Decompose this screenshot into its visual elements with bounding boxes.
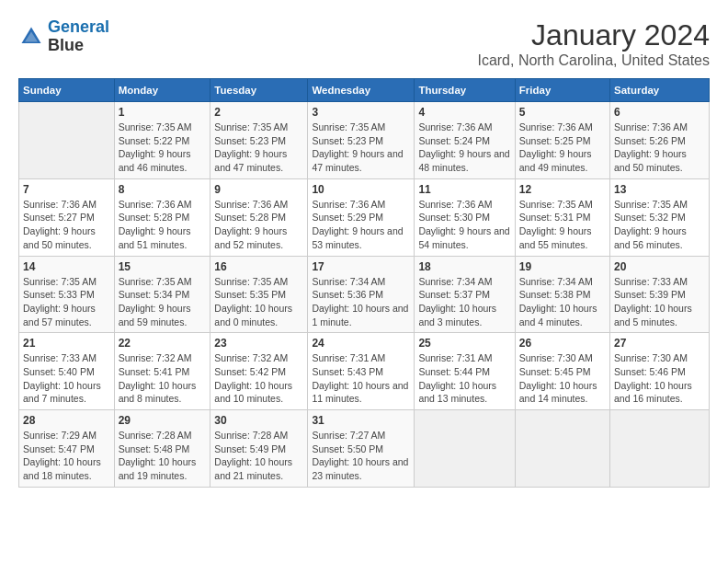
calendar-cell: 14Sunrise: 7:35 AMSunset: 5:33 PMDayligh… bbox=[19, 256, 115, 333]
calendar-week-row: 28Sunrise: 7:29 AMSunset: 5:47 PMDayligh… bbox=[19, 410, 710, 488]
sunrise-text: Sunrise: 7:34 AM bbox=[418, 275, 510, 289]
day-number: 11 bbox=[418, 183, 510, 196]
sunrise-text: Sunrise: 7:35 AM bbox=[119, 121, 207, 134]
day-number: 10 bbox=[312, 183, 410, 196]
calendar-week-row: 21Sunrise: 7:33 AMSunset: 5:40 PMDayligh… bbox=[19, 333, 710, 410]
header-row: SundayMondayTuesdayWednesdayThursdayFrid… bbox=[19, 79, 710, 102]
weekday-header: Saturday bbox=[610, 79, 710, 102]
daylight-text: Daylight: 9 hours and 50 minutes. bbox=[614, 147, 705, 174]
day-info: Sunrise: 7:36 AMSunset: 5:28 PMDaylight:… bbox=[214, 198, 303, 252]
sunrise-text: Sunrise: 7:34 AM bbox=[519, 275, 606, 289]
daylight-text: Daylight: 9 hours and 49 minutes. bbox=[519, 147, 606, 174]
daylight-text: Daylight: 9 hours and 56 minutes. bbox=[614, 224, 705, 251]
day-info: Sunrise: 7:33 AMSunset: 5:39 PMDaylight:… bbox=[614, 275, 705, 329]
sunset-text: Sunset: 5:38 PM bbox=[519, 288, 606, 302]
logo: General Blue bbox=[18, 18, 109, 55]
daylight-text: Daylight: 10 hours and 7 minutes. bbox=[23, 379, 110, 406]
sunset-text: Sunset: 5:44 PM bbox=[418, 365, 510, 379]
daylight-text: Daylight: 10 hours and 16 minutes. bbox=[614, 379, 705, 406]
day-info: Sunrise: 7:35 AMSunset: 5:23 PMDaylight:… bbox=[312, 121, 410, 175]
calendar-cell: 8Sunrise: 7:36 AMSunset: 5:28 PMDaylight… bbox=[114, 178, 210, 256]
day-info: Sunrise: 7:34 AMSunset: 5:36 PMDaylight:… bbox=[312, 275, 410, 329]
sunset-text: Sunset: 5:22 PM bbox=[119, 134, 207, 148]
page-header: General Blue January 2024 Icard, North C… bbox=[18, 18, 710, 69]
day-number: 3 bbox=[312, 106, 410, 119]
daylight-text: Daylight: 10 hours and 10 minutes. bbox=[214, 379, 303, 406]
sunrise-text: Sunrise: 7:28 AM bbox=[214, 429, 303, 442]
subtitle: Icard, North Carolina, United States bbox=[477, 52, 710, 69]
sunset-text: Sunset: 5:43 PM bbox=[312, 365, 410, 379]
sunset-text: Sunset: 5:48 PM bbox=[119, 442, 207, 456]
daylight-text: Daylight: 10 hours and 19 minutes. bbox=[119, 455, 207, 482]
daylight-text: Daylight: 9 hours and 53 minutes. bbox=[312, 224, 410, 251]
calendar-cell: 5Sunrise: 7:36 AMSunset: 5:25 PMDaylight… bbox=[515, 102, 609, 179]
sunrise-text: Sunrise: 7:30 AM bbox=[519, 351, 606, 365]
calendar-cell: 30Sunrise: 7:28 AMSunset: 5:49 PMDayligh… bbox=[210, 410, 308, 488]
day-info: Sunrise: 7:28 AMSunset: 5:48 PMDaylight:… bbox=[119, 429, 207, 483]
day-number: 12 bbox=[519, 183, 606, 196]
day-number: 2 bbox=[214, 106, 303, 119]
calendar-cell: 20Sunrise: 7:33 AMSunset: 5:39 PMDayligh… bbox=[610, 256, 710, 333]
sunrise-text: Sunrise: 7:30 AM bbox=[614, 351, 705, 365]
day-info: Sunrise: 7:30 AMSunset: 5:45 PMDaylight:… bbox=[519, 351, 606, 406]
sunset-text: Sunset: 5:32 PM bbox=[614, 211, 705, 224]
daylight-text: Daylight: 10 hours and 3 minutes. bbox=[418, 302, 510, 328]
calendar-cell bbox=[415, 410, 515, 488]
calendar-cell: 10Sunrise: 7:36 AMSunset: 5:29 PMDayligh… bbox=[308, 178, 415, 256]
day-info: Sunrise: 7:35 AMSunset: 5:34 PMDaylight:… bbox=[119, 275, 207, 329]
day-info: Sunrise: 7:35 AMSunset: 5:31 PMDaylight:… bbox=[519, 198, 606, 252]
sunrise-text: Sunrise: 7:29 AM bbox=[23, 429, 110, 442]
calendar-cell: 22Sunrise: 7:32 AMSunset: 5:41 PMDayligh… bbox=[114, 333, 210, 410]
daylight-text: Daylight: 9 hours and 46 minutes. bbox=[119, 147, 207, 174]
calendar-cell: 27Sunrise: 7:30 AMSunset: 5:46 PMDayligh… bbox=[610, 333, 710, 410]
calendar-week-row: 1Sunrise: 7:35 AMSunset: 5:22 PMDaylight… bbox=[19, 102, 710, 179]
sunrise-text: Sunrise: 7:36 AM bbox=[312, 198, 410, 212]
weekday-header: Tuesday bbox=[210, 79, 308, 102]
sunset-text: Sunset: 5:40 PM bbox=[23, 365, 110, 379]
day-number: 17 bbox=[312, 260, 410, 273]
day-number: 8 bbox=[119, 183, 207, 196]
logo-text: General Blue bbox=[48, 18, 109, 55]
day-info: Sunrise: 7:29 AMSunset: 5:47 PMDaylight:… bbox=[23, 429, 110, 483]
day-info: Sunrise: 7:32 AMSunset: 5:41 PMDaylight:… bbox=[119, 351, 207, 406]
sunrise-text: Sunrise: 7:35 AM bbox=[614, 198, 705, 212]
daylight-text: Daylight: 9 hours and 55 minutes. bbox=[519, 224, 606, 251]
day-info: Sunrise: 7:36 AMSunset: 5:28 PMDaylight:… bbox=[119, 198, 207, 252]
weekday-header: Friday bbox=[515, 79, 609, 102]
sunrise-text: Sunrise: 7:35 AM bbox=[312, 121, 410, 134]
calendar-week-row: 14Sunrise: 7:35 AMSunset: 5:33 PMDayligh… bbox=[19, 256, 710, 333]
calendar-cell bbox=[19, 102, 115, 179]
day-info: Sunrise: 7:36 AMSunset: 5:26 PMDaylight:… bbox=[614, 121, 705, 175]
calendar-cell bbox=[610, 410, 710, 488]
sunrise-text: Sunrise: 7:32 AM bbox=[119, 351, 207, 365]
sunrise-text: Sunrise: 7:31 AM bbox=[418, 351, 510, 365]
daylight-text: Daylight: 9 hours and 54 minutes. bbox=[418, 224, 510, 251]
day-number: 18 bbox=[418, 260, 510, 273]
calendar-cell: 12Sunrise: 7:35 AMSunset: 5:31 PMDayligh… bbox=[515, 178, 609, 256]
sunset-text: Sunset: 5:24 PM bbox=[418, 134, 510, 148]
daylight-text: Daylight: 9 hours and 47 minutes. bbox=[312, 147, 410, 174]
sunset-text: Sunset: 5:23 PM bbox=[214, 134, 303, 148]
calendar-cell: 17Sunrise: 7:34 AMSunset: 5:36 PMDayligh… bbox=[308, 256, 415, 333]
daylight-text: Daylight: 9 hours and 52 minutes. bbox=[214, 224, 303, 251]
day-number: 20 bbox=[614, 260, 705, 273]
daylight-text: Daylight: 10 hours and 13 minutes. bbox=[418, 379, 510, 406]
day-number: 6 bbox=[614, 106, 705, 119]
day-number: 21 bbox=[23, 337, 110, 350]
calendar-cell: 7Sunrise: 7:36 AMSunset: 5:27 PMDaylight… bbox=[19, 178, 115, 256]
day-info: Sunrise: 7:35 AMSunset: 5:23 PMDaylight:… bbox=[214, 121, 303, 175]
day-number: 27 bbox=[614, 337, 705, 350]
day-info: Sunrise: 7:36 AMSunset: 5:24 PMDaylight:… bbox=[418, 121, 510, 175]
sunrise-text: Sunrise: 7:36 AM bbox=[418, 121, 510, 134]
sunset-text: Sunset: 5:29 PM bbox=[312, 211, 410, 224]
day-number: 5 bbox=[519, 106, 606, 119]
sunrise-text: Sunrise: 7:36 AM bbox=[418, 198, 510, 212]
logo-line2: Blue bbox=[48, 37, 109, 55]
daylight-text: Daylight: 10 hours and 11 minutes. bbox=[312, 379, 410, 406]
day-info: Sunrise: 7:31 AMSunset: 5:43 PMDaylight:… bbox=[312, 351, 410, 406]
calendar-cell: 1Sunrise: 7:35 AMSunset: 5:22 PMDaylight… bbox=[114, 102, 210, 179]
day-info: Sunrise: 7:35 AMSunset: 5:32 PMDaylight:… bbox=[614, 198, 705, 252]
calendar-cell: 6Sunrise: 7:36 AMSunset: 5:26 PMDaylight… bbox=[610, 102, 710, 179]
sunset-text: Sunset: 5:39 PM bbox=[614, 288, 705, 302]
calendar-cell: 29Sunrise: 7:28 AMSunset: 5:48 PMDayligh… bbox=[114, 410, 210, 488]
